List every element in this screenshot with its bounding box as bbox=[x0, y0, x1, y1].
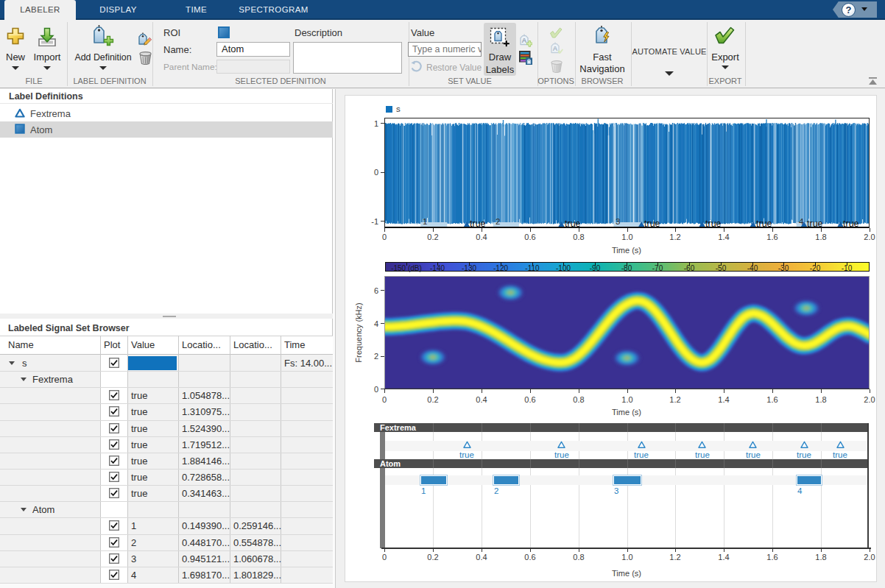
svg-text:A: A bbox=[553, 44, 558, 52]
svg-text:A: A bbox=[522, 36, 527, 44]
